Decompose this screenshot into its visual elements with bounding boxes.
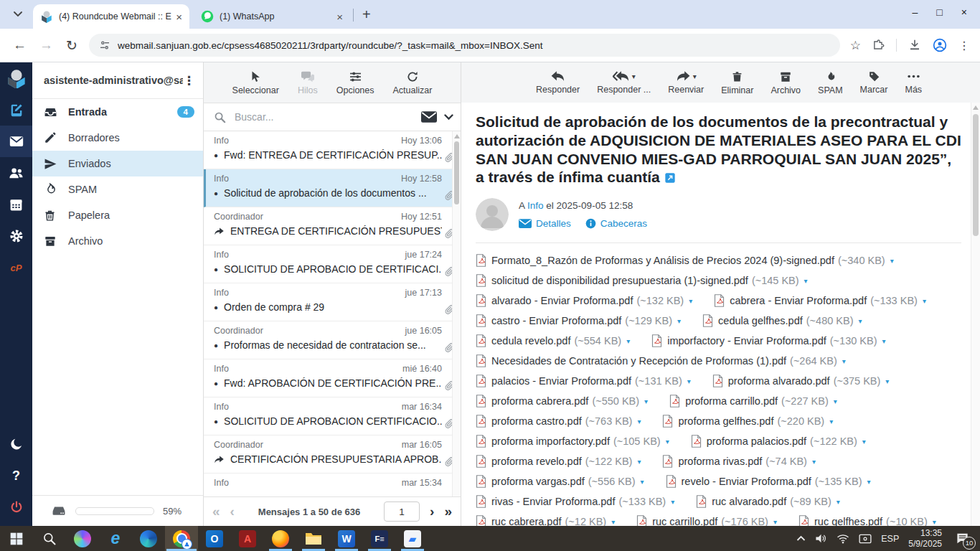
attachment-menu-caret-icon[interactable]: ▾ (837, 498, 840, 506)
attachment-item[interactable]: proforma palacios.pdf(~122 KB)▾ (691, 435, 866, 448)
attachment-item[interactable]: rivas - Enviar Proforma.pdf(~133 KB)▾ (476, 495, 674, 508)
attachment-item[interactable]: cedula gelfhes.pdf(~480 KB)▾ (702, 314, 862, 327)
attachment-menu-caret-icon[interactable]: ▾ (834, 397, 837, 405)
open-in-new-window-icon[interactable] (664, 172, 676, 184)
attachment-menu-caret-icon[interactable]: ▾ (882, 337, 885, 345)
attachment-name[interactable]: proforma revelo.pdf (491, 456, 582, 467)
tab-search-chevron-icon[interactable] (7, 4, 29, 25)
account-header[interactable]: asistente-administrativo@sa... ⋮ (32, 62, 203, 99)
attachment-menu-caret-icon[interactable]: ▾ (666, 438, 669, 446)
attachment-item[interactable]: proforma cabrera.pdf(~550 KB)▾ (476, 395, 648, 408)
message-row[interactable]: Infomié 16:40 ●Fwd: APROBACIÓN DE CERTIF… (204, 359, 461, 397)
more-button[interactable]: Más (905, 70, 922, 95)
attachment-item[interactable]: palacios - Enviar Proforma.pdf(~131 KB)▾ (476, 375, 691, 387)
scroll-up-icon[interactable] (454, 134, 460, 138)
attachment-menu-caret-icon[interactable]: ▾ (829, 418, 833, 425)
attachment-name[interactable]: Necesidades de Contratación y Recepción … (491, 355, 786, 367)
last-page-button[interactable]: » (444, 504, 452, 519)
file-explorer-icon[interactable] (297, 526, 330, 551)
list-scrollbar[interactable] (452, 131, 461, 496)
attachment-menu-caret-icon[interactable]: ▾ (677, 317, 681, 325)
copilot-icon[interactable] (66, 526, 99, 551)
start-button[interactable] (0, 526, 33, 551)
attachment-name[interactable]: proforma imporfactory.pdf (491, 435, 610, 447)
attachment-name[interactable]: ruc cabrera.pdf (491, 516, 562, 526)
minimize-button[interactable]: – (913, 6, 918, 18)
attachment-name[interactable]: alvarado - Enviar Proforma.pdf (491, 295, 633, 306)
search-input[interactable] (233, 110, 414, 123)
attachment-item[interactable]: proforma rivas.pdf(~74 KB)▾ (662, 455, 816, 468)
attachment-item[interactable]: proforma revelo.pdf(~122 KB)▾ (476, 455, 641, 468)
attachment-item[interactable]: cabrera - Enviar Proforma.pdf(~133 KB)▾ (714, 294, 926, 307)
message-row[interactable]: Infomar 16:34 ●SOLICITUD DE APROBACION C… (204, 397, 461, 435)
attachment-name[interactable]: imporfactory - Enviar Proforma.pdf (667, 335, 826, 347)
folder-papelera[interactable]: Papelera (32, 202, 203, 228)
attachment-menu-caret-icon[interactable]: ▾ (812, 458, 816, 466)
help-icon[interactable]: ? (0, 460, 32, 491)
clock[interactable]: 13:35 5/9/2025 (908, 528, 942, 550)
attachment-menu-caret-icon[interactable]: ▾ (637, 418, 641, 425)
details-link[interactable]: Detalles (536, 218, 571, 229)
tab-close-icon[interactable]: × (176, 11, 182, 23)
attachment-menu-caret-icon[interactable]: ▾ (862, 438, 866, 446)
spam-button[interactable]: SPAM (818, 70, 843, 95)
account-menu-icon[interactable]: ⋮ (183, 73, 196, 88)
refresh-button[interactable]: Actualizar (393, 70, 433, 95)
attachment-name[interactable]: castro - Enviar Proforma.pdf (491, 315, 621, 326)
back-button[interactable]: ← (13, 37, 27, 53)
attachment-name[interactable]: ruc carrillo.pdf (652, 516, 717, 526)
scroll-up-icon[interactable] (973, 105, 979, 110)
attachment-menu-caret-icon[interactable]: ▾ (923, 297, 926, 305)
attachment-item[interactable]: proforma carrillo.pdf(~227 KB)▾ (669, 395, 837, 408)
attachment-name[interactable]: proforma vargas.pdf (491, 476, 585, 487)
prev-page-button[interactable]: ‹ (230, 504, 235, 519)
attachment-name[interactable]: palacios - Enviar Proforma.pdf (491, 375, 631, 387)
attachment-item[interactable]: imporfactory - Enviar Proforma.pdf(~130 … (651, 334, 885, 347)
acrobat-icon[interactable]: A (231, 526, 264, 551)
attachment-item[interactable]: Necesidades de Contratación y Recepción … (476, 354, 846, 367)
attachment-menu-caret-icon[interactable]: ▾ (644, 397, 648, 405)
delete-button[interactable]: Eliminar (721, 70, 753, 95)
firefox-icon[interactable] (264, 526, 297, 551)
fes-app-icon[interactable]: F≡ (363, 526, 396, 551)
attachment-item[interactable]: proforma gelfhes.pdf(~220 KB)▾ (662, 415, 833, 428)
attachment-item[interactable]: proforma alvarado.pdf(~375 KB)▾ (712, 375, 890, 387)
attachment-name[interactable]: ruc gelfhes.pdf (814, 516, 882, 526)
page-input[interactable] (384, 501, 420, 522)
chrome-taskbar-icon[interactable] (165, 526, 198, 551)
attachment-item[interactable]: ruc gelfhes.pdf(~10 KB)▾ (798, 515, 936, 526)
profile-icon[interactable] (933, 38, 947, 52)
attachment-item[interactable]: ruc cabrera.pdf(~12 KB)▾ (476, 515, 615, 526)
attachment-menu-caret-icon[interactable]: ▾ (689, 297, 692, 305)
message-row[interactable]: Infomar 15:34 (204, 474, 461, 496)
attachment-name[interactable]: rivas - Enviar Proforma.pdf (491, 496, 615, 507)
folder-spam[interactable]: SPAM (32, 176, 203, 202)
logout-icon[interactable] (0, 491, 32, 523)
message-row[interactable]: Coordinadorjue 16:05 ●Proformas de neces… (204, 321, 461, 359)
attachment-item[interactable]: ruc carrillo.pdf(~176 KB)▾ (636, 515, 777, 526)
browser-menu-icon[interactable]: ⋮ (958, 39, 970, 52)
dropdown-caret-icon[interactable]: ▾ (693, 72, 697, 80)
attachment-name[interactable]: solicitud de disponibilidad presupuestar… (491, 275, 748, 286)
attachment-name[interactable]: proforma palacios.pdf (707, 435, 806, 447)
reader-scrollbar[interactable] (971, 103, 980, 526)
attachment-menu-caret-icon[interactable]: ▾ (640, 478, 644, 486)
notification-center-icon[interactable]: 10 (951, 529, 973, 548)
forward-button[interactable]: → (39, 37, 53, 53)
message-row[interactable]: Coordinadormar 16:05 CERTIFICACIÓN PRESU… (204, 435, 461, 474)
options-button[interactable]: Opciones (336, 70, 374, 95)
edge-icon[interactable] (132, 526, 165, 551)
attachment-menu-caret-icon[interactable]: ▾ (671, 498, 674, 506)
attachment-name[interactable]: ruc alvarado.pdf (712, 496, 786, 507)
attachment-item[interactable]: proforma castro.pdf(~763 KB)▾ (476, 415, 641, 428)
sender-link[interactable]: Info (527, 200, 544, 211)
taskbar-search-icon[interactable] (33, 526, 66, 551)
attachment-menu-caret-icon[interactable]: ▾ (885, 377, 889, 385)
first-page-button[interactable]: « (212, 504, 220, 519)
rail-calendar-icon[interactable] (0, 189, 32, 220)
select-button[interactable]: Seleccionar (232, 70, 279, 95)
wifi-icon[interactable] (837, 534, 849, 544)
search-options-chevron-icon[interactable] (444, 114, 453, 121)
forward-button[interactable]: ▾ Reenviar (668, 70, 704, 95)
search-scope-mail-icon[interactable] (421, 111, 437, 123)
